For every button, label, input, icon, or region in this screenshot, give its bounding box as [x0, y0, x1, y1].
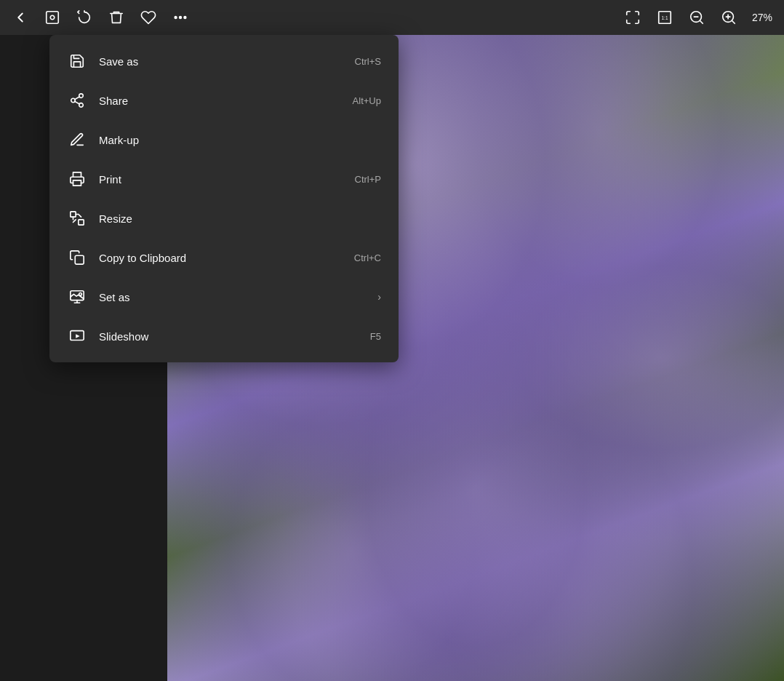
- menu-shortcut-print: Ctrl+P: [355, 174, 381, 185]
- svg-line-17: [75, 101, 79, 104]
- svg-marker-26: [76, 334, 80, 338]
- svg-rect-0: [47, 12, 59, 24]
- markup-icon: [67, 130, 87, 150]
- zoom-out-button[interactable]: [682, 3, 711, 32]
- menu-item-print[interactable]: Print Ctrl+P: [52, 160, 396, 198]
- menu-shortcut-share: Alt+Up: [353, 95, 381, 106]
- edit-button[interactable]: [38, 3, 67, 32]
- menu-item-slideshow[interactable]: Slideshow F5: [52, 317, 396, 355]
- svg-rect-19: [73, 180, 81, 186]
- menu-item-share[interactable]: Share Alt+Up: [52, 81, 396, 119]
- copy-icon: [67, 247, 87, 268]
- more-button[interactable]: [166, 3, 195, 32]
- menu-item-markup[interactable]: Mark-up: [52, 121, 396, 159]
- menu-label-slideshow: Slideshow: [99, 330, 370, 343]
- menu-label-resize: Resize: [99, 212, 381, 225]
- svg-point-2: [175, 17, 177, 19]
- svg-point-1: [50, 15, 55, 20]
- svg-rect-21: [79, 220, 84, 225]
- menu-item-save-as[interactable]: Save as Ctrl+S: [52, 42, 396, 80]
- menu-shortcut-save-as: Ctrl+S: [355, 56, 381, 67]
- menu-label-copy-clipboard: Copy to Clipboard: [99, 252, 354, 264]
- menu-shortcut-slideshow: F5: [370, 331, 381, 342]
- svg-line-11: [732, 20, 735, 23]
- save-icon: [67, 51, 87, 71]
- slideshow-icon: [67, 326, 87, 346]
- menu-label-save-as: Save as: [99, 55, 355, 68]
- svg-text:1:1: 1:1: [662, 15, 668, 20]
- fullscreen-button[interactable]: [618, 3, 647, 32]
- chevron-right-icon: ›: [377, 291, 381, 303]
- actual-size-button[interactable]: 1:1: [650, 3, 679, 32]
- delete-button[interactable]: [102, 3, 131, 32]
- favorite-button[interactable]: [134, 3, 163, 32]
- back-button[interactable]: [6, 3, 35, 32]
- print-icon: [67, 169, 87, 189]
- svg-rect-22: [75, 255, 84, 264]
- svg-point-4: [184, 17, 186, 19]
- svg-line-18: [75, 97, 79, 100]
- resize-icon: [67, 208, 87, 228]
- rotate-button[interactable]: [70, 3, 99, 32]
- zoom-in-button[interactable]: [714, 3, 743, 32]
- toolbar: 1:1 27%: [0, 0, 784, 35]
- menu-label-set-as: Set as: [99, 291, 372, 303]
- svg-line-8: [700, 20, 703, 23]
- menu-item-copy-clipboard[interactable]: Copy to Clipboard Ctrl+C: [52, 239, 396, 276]
- menu-item-set-as[interactable]: Set as ›: [52, 278, 396, 316]
- menu-label-share: Share: [99, 95, 353, 107]
- context-menu: Save as Ctrl+S Share Alt+Up Mark-up Prin…: [49, 35, 399, 362]
- menu-label-print: Print: [99, 173, 355, 186]
- set-as-icon: [67, 287, 87, 307]
- menu-shortcut-copy: Ctrl+C: [354, 252, 381, 263]
- share-icon: [67, 90, 87, 111]
- svg-rect-20: [71, 212, 76, 217]
- menu-label-markup: Mark-up: [99, 134, 381, 146]
- svg-point-3: [180, 17, 182, 19]
- zoom-level: 27%: [746, 12, 778, 23]
- menu-item-resize[interactable]: Resize: [52, 199, 396, 237]
